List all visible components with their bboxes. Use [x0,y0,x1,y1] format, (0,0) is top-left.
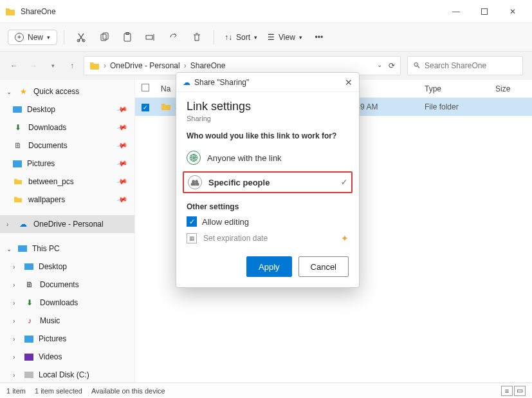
share-icon[interactable] [163,27,184,48]
list-icon: ☰ [268,33,275,42]
svg-rect-7 [146,35,152,39]
search-input[interactable] [425,61,521,70]
option-label: Anyone with the link [207,153,282,163]
sidebar-onedrive[interactable]: › ☁ OneDrive - Personal [0,215,134,233]
icons-view-button[interactable]: ▭ [514,386,526,396]
allow-editing-label: Allow editing [202,217,249,227]
sidebar-pc-music[interactable]: ›♪Music [0,312,134,330]
star-icon: ★ [18,86,28,97]
document-icon: 🗎 [24,280,35,290]
cloud-icon: ☁ [183,78,190,87]
cut-icon[interactable] [71,27,91,48]
details-view-button[interactable]: ≡ [501,386,513,396]
search-box[interactable]: 🔍︎ [407,56,523,75]
close-icon[interactable]: ✕ [345,77,353,88]
close-button[interactable]: ✕ [499,2,527,21]
folder-icon [89,61,100,70]
checkbox-icon[interactable]: ✓ [142,104,149,111]
expiration-row[interactable]: ▦ Set expiration date ✦ [187,233,349,243]
sidebar-pc-downloads[interactable]: ›⬇Downloads [0,294,134,312]
sidebar-this-pc[interactable]: ⌄ This PC [0,240,134,258]
folder-icon [161,102,171,111]
sort-button[interactable]: ↑↓ Sort ▾ [221,30,261,44]
sidebar-item-downloads[interactable]: ⬇Downloads📌 [0,118,134,137]
breadcrumb-seg[interactable]: OneDrive - Personal [110,61,180,70]
option-specific[interactable]: 👥︎ Specific people ✓ [183,171,353,193]
delete-icon[interactable] [187,27,207,48]
option-anyone[interactable]: 🌐︎ Anyone with the link [187,147,349,169]
sidebar-item-pictures[interactable]: Pictures📌 [0,155,134,173]
document-icon: 🗎 [13,140,23,151]
pin-icon: 📌 [116,140,129,152]
sidebar-item-documents[interactable]: 🗎Documents📌 [0,137,134,155]
toolbar: + New ▾ ↑↓ Sort ▾ ☰ View ▾ ••• [0,23,532,52]
up-button[interactable]: ↑ [67,61,77,70]
globe-icon: 🌐︎ [187,151,201,165]
option-label: Specific people [208,178,270,187]
sidebar-item-desktop[interactable]: Desktop📌 [0,100,134,118]
back-button[interactable]: ← [9,61,19,70]
sidebar-item-wallpapers[interactable]: wallpapers📌 [0,191,134,209]
status-selected: 1 item selected [35,387,82,395]
new-button[interactable]: + New ▾ [8,30,57,45]
dialog-question: Who would you like this link to work for… [187,131,349,140]
dialog-heading: Link settings [187,100,349,113]
expiration-label: Set expiration date [203,234,268,243]
desktop-icon [13,106,22,113]
premium-icon: ✦ [341,233,349,243]
view-button[interactable]: ☰ View ▾ [264,30,306,44]
recent-button[interactable]: ▾ [48,61,58,70]
calendar-icon: ▦ [187,233,197,243]
share-dialog: ☁ Share "Sharing" ✕ Link settings Sharin… [176,72,360,288]
sidebar-pc-videos[interactable]: ›Videos [0,348,134,366]
folder-icon [13,194,23,205]
refresh-icon[interactable]: ⟳ [389,61,395,70]
paste-icon[interactable] [117,27,138,48]
pc-icon [18,245,27,252]
maximize-button[interactable] [470,2,499,21]
new-label: New [28,33,43,42]
checkbox-icon[interactable] [142,84,149,91]
pin-icon: 📌 [116,122,129,134]
download-icon: ⬇ [24,298,35,308]
sidebar-pc-localdisk[interactable]: ›Local Disk (C:) [0,366,134,383]
download-icon: ⬇ [13,122,23,133]
breadcrumb-seg[interactable]: ShareOne [190,61,226,70]
pin-icon: 📌 [116,158,129,170]
sidebar-item-betweenpcs[interactable]: between_pcs📌 [0,173,134,191]
pin-icon: 📌 [116,176,129,188]
col-type[interactable]: Type [425,84,495,93]
sidebar-pc-documents[interactable]: ›🗎Documents [0,276,134,294]
more-icon[interactable]: ••• [309,27,329,48]
forward-button[interactable]: → [28,61,39,70]
chevron-down-icon[interactable]: ⌄ [377,61,382,70]
copy-icon[interactable] [94,27,115,48]
music-icon: ♪ [24,316,35,326]
sidebar-pc-desktop[interactable]: ›Desktop [0,258,134,276]
cancel-button[interactable]: Cancel [298,256,349,277]
folder-icon [5,7,15,16]
minimize-button[interactable]: — [442,2,470,21]
col-size[interactable]: Size [495,84,532,93]
sidebar-quick-access[interactable]: ⌄ ★ Quick access [0,82,134,100]
allow-editing-checkbox[interactable]: ✓ Allow editing [187,216,349,227]
plus-icon: + [15,33,24,42]
people-icon: 👥︎ [188,175,202,189]
status-bar: 1 item 1 item selected Available on this… [0,383,532,398]
pin-icon: 📌 [116,194,129,206]
dialog-titlebar: ☁ Share "Sharing" ✕ [176,73,359,92]
dialog-subheading: Sharing [187,115,349,122]
chevron-down-icon: ▾ [254,34,257,41]
rename-icon[interactable] [140,27,161,48]
chevron-down-icon: ▾ [47,34,50,41]
checkbox-icon: ✓ [187,216,197,227]
pictures-icon [13,160,22,167]
video-icon [24,354,33,361]
folder-icon [13,176,23,187]
check-icon: ✓ [341,178,347,187]
sidebar-pc-pictures[interactable]: ›Pictures [0,330,134,348]
apply-button[interactable]: Apply [246,256,292,277]
desktop-icon [24,263,33,270]
search-icon: 🔍︎ [413,61,421,70]
chevron-down-icon: ▾ [299,34,302,41]
